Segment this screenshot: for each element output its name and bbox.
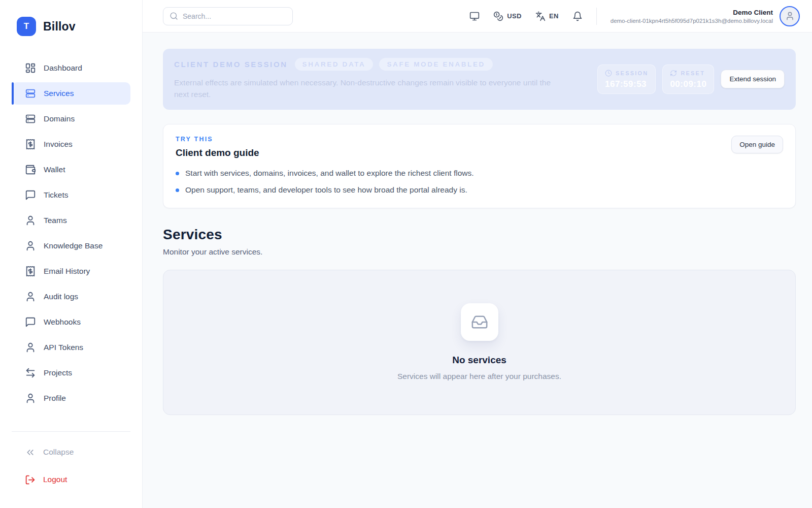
- sidebar-item-label: Wallet: [44, 165, 65, 174]
- open-guide-button[interactable]: Open guide: [731, 136, 783, 153]
- coins-icon: [493, 11, 503, 21]
- demo-session-banner: CLIENT DEMO SESSION SHARED DATASAFE MODE…: [163, 49, 796, 110]
- empty-state-tile: [461, 303, 498, 341]
- sidebar: T Billov DashboardServicesDomainsInvoice…: [0, 0, 143, 508]
- sidebar-item-dashboard[interactable]: Dashboard: [12, 57, 130, 79]
- user-icon: [25, 291, 36, 302]
- banner-controls: SESSION 167:59:53 RESET 00:09:10 Extend …: [597, 65, 785, 94]
- sidebar-item-invoices[interactable]: Invoices: [12, 133, 130, 155]
- sidebar-item-api-tokens[interactable]: API Tokens: [12, 336, 130, 359]
- sidebar-item-label: API Tokens: [44, 343, 83, 352]
- sidebar-nav: DashboardServicesDomainsInvoicesWalletTi…: [0, 57, 142, 409]
- sidebar-item-webhooks[interactable]: Webhooks: [12, 311, 130, 333]
- user-name: Demo Client: [611, 9, 773, 16]
- session-timer-label: SESSION: [616, 70, 648, 76]
- sidebar-footer: Collapse Logout: [0, 431, 142, 508]
- sidebar-item-services[interactable]: Services: [12, 82, 130, 105]
- sidebar-divider: [12, 431, 130, 432]
- arrows-left-right-icon: [25, 367, 36, 378]
- services-empty-state: No services Services will appear here af…: [163, 270, 796, 415]
- banner-description: External effects are simulated when nece…: [174, 77, 555, 101]
- page-title: Services: [163, 227, 796, 243]
- currency-switcher[interactable]: USD: [493, 11, 522, 21]
- notifications-button[interactable]: [572, 11, 583, 21]
- bell-icon: [572, 11, 583, 21]
- reset-timer-label: RESET: [681, 70, 705, 76]
- banner-badge: SAFE MODE ENABLED: [379, 58, 492, 71]
- banner-text-block: CLIENT DEMO SESSION SHARED DATASAFE MODE…: [174, 58, 589, 101]
- collapse-button[interactable]: Collapse: [12, 441, 130, 463]
- sidebar-item-tickets[interactable]: Tickets: [12, 184, 130, 206]
- search-box[interactable]: [163, 7, 293, 25]
- user-icon: [25, 240, 36, 251]
- guide-bullet-list: Start with services, domains, invoices, …: [176, 169, 783, 195]
- sidebar-item-projects[interactable]: Projects: [12, 362, 130, 384]
- banner-badge: SHARED DATA: [295, 58, 374, 71]
- logout-button[interactable]: Logout: [12, 468, 130, 491]
- avatar[interactable]: [780, 6, 800, 26]
- bullet-dot-icon: [176, 188, 179, 192]
- extend-session-button[interactable]: Extend session: [721, 70, 785, 88]
- receipt-dollar-icon: [25, 266, 36, 277]
- search-icon: [170, 12, 178, 20]
- brand-name: Billov: [43, 20, 76, 34]
- sidebar-item-profile[interactable]: Profile: [12, 387, 130, 409]
- sidebar-item-label: Tickets: [44, 190, 69, 200]
- chevrons-left-icon: [25, 447, 36, 458]
- wallet-icon: [25, 164, 36, 175]
- sidebar-item-email-history[interactable]: Email History: [12, 260, 130, 282]
- sidebar-item-wallet[interactable]: Wallet: [12, 158, 130, 181]
- search-input[interactable]: [183, 12, 286, 20]
- guide-eyebrow: TRY THIS: [176, 136, 783, 143]
- monitor-icon: [469, 11, 480, 21]
- sidebar-item-label: Domains: [44, 114, 75, 123]
- inbox-icon: [471, 313, 488, 331]
- topbar-divider: [596, 8, 597, 25]
- sidebar-item-label: Projects: [44, 368, 72, 377]
- logout-icon: [25, 474, 36, 485]
- sidebar-item-teams[interactable]: Teams: [12, 209, 130, 232]
- sidebar-item-audit-logs[interactable]: Audit logs: [12, 285, 130, 308]
- guide-bullet-text: Start with services, domains, invoices, …: [185, 169, 474, 178]
- user-email: demo-client-01kpn4rt5h5f095d7p021k1s3h@d…: [611, 18, 773, 24]
- topbar: USD EN Demo Client demo-client-01kpn4rt5…: [143, 0, 812, 33]
- empty-state-subtitle: Services will appear here after your pur…: [397, 372, 561, 381]
- sidebar-item-label: Services: [44, 89, 74, 98]
- user-icon: [785, 11, 795, 21]
- receipt-dollar-icon: [25, 139, 36, 150]
- logout-label: Logout: [43, 475, 67, 484]
- user-icon: [25, 215, 36, 226]
- message-square-icon: [25, 316, 36, 328]
- sidebar-item-label: Knowledge Base: [44, 241, 103, 250]
- layout-dashboard-icon: [25, 62, 36, 74]
- guide-title: Client demo guide: [176, 147, 783, 158]
- display-mode-button[interactable]: [469, 11, 480, 21]
- bullet-dot-icon: [176, 172, 179, 175]
- guide-bullet: Start with services, domains, invoices, …: [176, 169, 783, 178]
- user-menu[interactable]: Demo Client demo-client-01kpn4rt5h5f095d…: [611, 6, 800, 26]
- currency-label: USD: [507, 12, 522, 20]
- sidebar-item-knowledge-base[interactable]: Knowledge Base: [12, 235, 130, 257]
- sidebar-item-domains[interactable]: Domains: [12, 108, 130, 130]
- sidebar-item-label: Invoices: [44, 140, 73, 149]
- collapse-label: Collapse: [43, 448, 74, 457]
- user-texts: Demo Client demo-client-01kpn4rt5h5f095d…: [611, 9, 773, 24]
- guide-bullet: Open support, teams, and developer tools…: [176, 185, 783, 195]
- server-stack-icon: [25, 88, 36, 99]
- language-label: EN: [549, 12, 559, 20]
- sidebar-item-label: Dashboard: [44, 64, 82, 73]
- brand: T Billov: [0, 0, 142, 36]
- language-switcher[interactable]: EN: [535, 11, 559, 21]
- sidebar-item-label: Teams: [44, 216, 67, 225]
- reset-timer-value: 00:09:10: [670, 79, 706, 89]
- session-timer-value: 167:59:53: [605, 79, 648, 89]
- main-column: USD EN Demo Client demo-client-01kpn4rt5…: [143, 0, 812, 508]
- refresh-icon: [670, 70, 677, 77]
- banner-title: CLIENT DEMO SESSION: [174, 60, 288, 69]
- server-stack-icon: [25, 113, 36, 124]
- guide-card: TRY THIS Client demo guide Open guide St…: [163, 124, 796, 208]
- sidebar-item-label: Profile: [44, 394, 66, 403]
- user-icon: [25, 342, 36, 353]
- languages-icon: [535, 11, 546, 21]
- page-subtitle: Monitor your active services.: [163, 247, 796, 257]
